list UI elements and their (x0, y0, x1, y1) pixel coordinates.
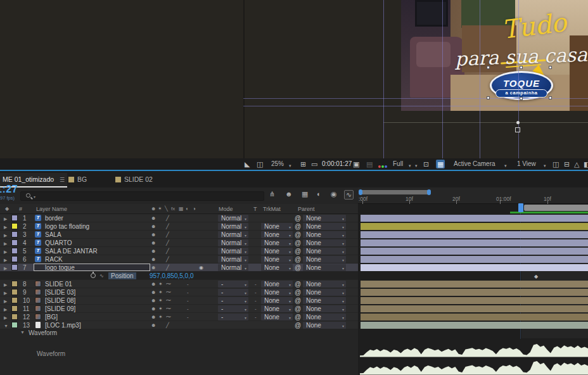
layer-row-9[interactable]: ▶9[SLIDE 03]☻✶⁓---▾None▾@None▾ (0, 288, 358, 296)
quality-switch-icon[interactable]: ╱ (166, 256, 169, 263)
twirl-right-icon[interactable]: ▶ (4, 232, 7, 239)
preserve-transparency-switch[interactable]: - (255, 314, 257, 321)
mode-dropdown[interactable]: -▾ (218, 281, 248, 288)
mask-visibility-icon[interactable]: ▭ (311, 160, 317, 168)
grid-guides-icon[interactable]: ⊞ (300, 160, 306, 168)
twirl-right-icon[interactable]: ▶ (4, 289, 7, 296)
parent-pickwhip-icon[interactable]: @ (295, 297, 301, 304)
mode-dropdown[interactable]: Normal▾ (218, 248, 248, 255)
motion-blur-switch[interactable]: - (187, 305, 189, 312)
layer-name[interactable]: [SLIDE 03] (45, 289, 75, 296)
mode-dropdown[interactable]: Normal▾ (218, 231, 248, 238)
toque-logo[interactable]: TOQUE a campainha (490, 71, 553, 100)
search-caret-icon[interactable]: ▾ (34, 194, 35, 199)
twirl-right-icon[interactable]: ▶ (4, 257, 7, 264)
parent-dropdown[interactable]: None▾ (303, 289, 346, 296)
quality-switch-icon[interactable]: ╱ (166, 239, 169, 246)
quality-switch-icon[interactable]: ⁓ (166, 289, 171, 296)
twirl-right-icon[interactable]: ▶ (4, 215, 7, 222)
selection-handle[interactable] (520, 97, 523, 100)
mode-dropdown[interactable]: -▾ (218, 305, 248, 312)
search-input[interactable]: ▾ (20, 191, 264, 201)
twirl-down-icon[interactable]: ▼ (20, 330, 25, 334)
layer-color-swatch[interactable] (11, 256, 18, 262)
shy-switch-icon[interactable]: ☻ (151, 231, 156, 238)
layer-name[interactable]: SALA (45, 231, 61, 238)
time-navigator[interactable] (360, 190, 430, 194)
trkmat-dropdown[interactable]: None▾ (261, 239, 293, 246)
work-area-bar[interactable] (524, 205, 588, 211)
parent-dropdown[interactable]: None▾ (303, 264, 346, 271)
parent-pickwhip-icon[interactable]: @ (295, 305, 301, 312)
snapshot-icon[interactable]: ▣ (353, 160, 359, 168)
guide-vertical[interactable] (383, 0, 384, 158)
layer-row-13[interactable]: ▼13[LOC 1.mp3]☻╱@None▾ (0, 321, 358, 329)
layer-color-swatch[interactable] (11, 248, 18, 254)
selection-handle[interactable] (487, 96, 490, 99)
layer-name[interactable]: RACK (45, 256, 63, 263)
layer-name[interactable]: [SLIDE 08] (45, 297, 75, 304)
anchor-handle[interactable] (515, 127, 520, 132)
layer-duration-bar-6[interactable] (361, 256, 588, 263)
mode-dropdown[interactable]: Normal▾ (218, 215, 248, 222)
motion-blur-switch[interactable]: - (187, 297, 189, 304)
transparency-grid-icon[interactable]: ▦ (436, 160, 445, 168)
layer-duration-bar-11[interactable] (361, 305, 588, 312)
layer-color-swatch[interactable] (11, 281, 18, 287)
resolution-caret-icon[interactable]: ▾ (409, 162, 411, 170)
column-number[interactable]: # (19, 206, 22, 212)
layer-color-swatch[interactable] (11, 305, 18, 312)
always-preview-icon[interactable]: ◫ (257, 160, 263, 168)
trkmat-dropdown[interactable]: None▾ (261, 256, 293, 263)
position-property-row[interactable]: ∿Position957,0,850,5,0,0 (0, 272, 358, 280)
layer-duration-bar-4[interactable] (361, 239, 588, 246)
keyframe-icon[interactable]: ◆ (534, 274, 538, 279)
shy-toggle-icon[interactable]: ☻ (285, 190, 293, 198)
view-layout-caret-icon[interactable]: ▾ (544, 162, 546, 170)
twirl-right-icon[interactable]: ▶ (4, 306, 7, 313)
shy-switch-icon[interactable]: ☻ (151, 322, 156, 329)
mode-dropdown[interactable]: Normal▾ (218, 256, 248, 263)
collapse-icon[interactable]: ✶ (158, 206, 162, 212)
parent-dropdown[interactable]: None▾ (303, 239, 346, 246)
collapse-switch-icon[interactable]: ✶ (158, 314, 163, 321)
layer-color-swatch[interactable] (11, 239, 18, 246)
composition-viewer[interactable]: Tudo para sua casa TOQUE a campainha (0, 0, 588, 158)
tab-menu-icon[interactable]: ☰ (60, 177, 65, 183)
mode-dropdown[interactable]: -▾ (218, 314, 248, 321)
timeline-button-icon[interactable]: ◧ (584, 160, 588, 168)
time-ruler[interactable]: :00f10f20f01:00f10f (358, 188, 588, 204)
layer-row-10[interactable]: ▶10[SLIDE 08]☻✶⁓---▾None▾@None▾ (0, 296, 358, 305)
frame-blend-toggle-icon[interactable]: ▦ (302, 190, 308, 198)
parent-pickwhip-icon[interactable]: @ (295, 264, 301, 271)
adjustment-icon[interactable]: ◑ (193, 206, 196, 212)
shy-switch-icon[interactable]: ☻ (151, 281, 156, 288)
guide-vertical[interactable] (442, 0, 443, 158)
fx-icon[interactable]: fx (171, 206, 175, 212)
layer-row-3[interactable]: ▶3TSALA☻╱Normal▾None▾@None▾ (0, 231, 358, 239)
column-layer-name[interactable]: Layer Name (36, 206, 67, 212)
show-channel-icon[interactable] (378, 162, 388, 170)
resolution-value[interactable]: Full (393, 160, 403, 168)
shy-switch-icon[interactable]: ☻ (151, 223, 156, 230)
parent-pickwhip-icon[interactable]: @ (295, 215, 301, 222)
twirl-right-icon[interactable]: ▶ (4, 240, 7, 247)
column-parent[interactable]: Parent (298, 206, 315, 212)
parent-dropdown[interactable]: None▾ (303, 223, 346, 230)
layer-row-5[interactable]: ▶5TSALA DE JANTAR☻╱Normal▾None▾@None▾ (0, 247, 358, 255)
layer-duration-bar-9[interactable] (361, 289, 588, 296)
trkmat-dropdown[interactable]: None▾ (261, 314, 293, 321)
motion-blur-icon[interactable]: ◐ (186, 206, 189, 212)
layer-name[interactable]: QUARTO (45, 239, 72, 246)
frame-blend-icon[interactable]: ▦ (179, 206, 184, 212)
menu-caret-icon[interactable]: ▾ (415, 162, 418, 170)
layer-row-8[interactable]: ▶8SLIDE 01☻✶⁓---▾None▾@None▾ (0, 280, 358, 288)
trkmat-dropdown[interactable]: None▾ (261, 305, 293, 312)
layer-name[interactable]: SALA DE JANTAR (45, 248, 98, 255)
layer-duration-bar-7[interactable] (361, 264, 588, 271)
selection-handle[interactable] (520, 66, 523, 69)
layer-name[interactable]: SLIDE 01 (45, 281, 72, 288)
layer-color-swatch[interactable] (11, 297, 18, 303)
parent-dropdown[interactable]: None▾ (303, 248, 346, 255)
parent-dropdown[interactable]: None▾ (303, 215, 346, 222)
